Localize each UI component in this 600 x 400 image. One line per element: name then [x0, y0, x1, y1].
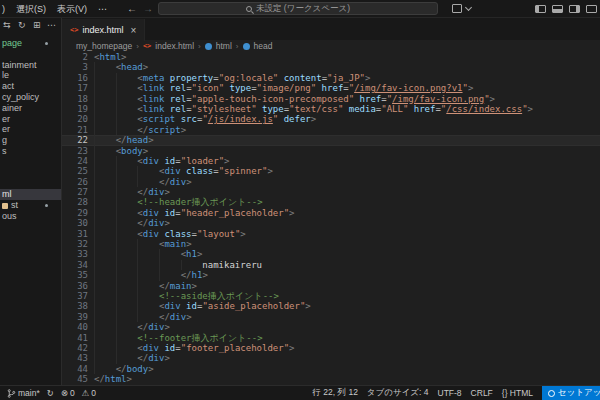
indent-guide: [116, 187, 138, 197]
code-line[interactable]: 35</h1>: [62, 270, 600, 280]
code-line[interactable]: 36</main>: [62, 281, 600, 291]
code-line[interactable]: 45</html>: [62, 374, 600, 384]
command-center-search[interactable]: 未設定 (ワークスペース): [158, 2, 438, 15]
more-actions-icon[interactable]: ⋯: [47, 20, 56, 30]
indent-guide: [116, 125, 138, 135]
code-line[interactable]: 21</script>: [62, 125, 600, 135]
indent-guide: [94, 135, 116, 145]
toggle-secondary-sidebar-icon[interactable]: [569, 5, 580, 13]
breadcrumb-folder[interactable]: my_homepage: [76, 41, 132, 51]
file-row[interactable]: page: [0, 38, 61, 49]
status-item[interactable]: {} HTML: [502, 388, 533, 398]
file-row[interactable]: le: [0, 70, 61, 81]
line-number: 24: [62, 156, 94, 166]
code-line[interactable]: 40</div>: [62, 322, 600, 332]
code-line[interactable]: 2<html>: [62, 52, 600, 62]
breadcrumb-symbol-html[interactable]: html: [216, 41, 232, 51]
file-row[interactable]: ml: [0, 189, 61, 200]
code-line[interactable]: 3<head>: [62, 62, 600, 72]
code-line[interactable]: 41<!--footer挿入ポイント-->: [62, 333, 600, 343]
code-line[interactable]: 22</head>: [62, 135, 600, 145]
file-row[interactable]: [0, 157, 61, 168]
breadcrumb-separator: ›: [236, 42, 239, 51]
toggle-panel-icon[interactable]: [552, 5, 563, 13]
code-line[interactable]: 44</body>: [62, 364, 600, 374]
nav-forward-icon[interactable]: →: [143, 0, 153, 18]
code-line[interactable]: 42<div id="footer_placeholder">: [62, 343, 600, 353]
menu-item[interactable]: ): [2, 4, 5, 14]
code-line[interactable]: 26</div>: [62, 177, 600, 187]
code-line[interactable]: 38<div id="aside_placeholder">: [62, 301, 600, 311]
new-file-icon[interactable]: ⇆: [3, 20, 11, 30]
status-item[interactable]: UTF-8: [438, 388, 462, 398]
collapse-folders-icon[interactable]: ⊞: [33, 20, 41, 30]
code-line[interactable]: 29<div id="header_placeholder">: [62, 208, 600, 218]
breadcrumb-symbol-head[interactable]: head: [254, 41, 273, 51]
code-text: <body>: [94, 146, 148, 156]
indent-guide: [116, 83, 138, 93]
file-row[interactable]: ous: [0, 211, 61, 222]
nav-back-icon[interactable]: ←: [127, 0, 137, 18]
file-row[interactable]: st: [0, 200, 61, 211]
breadcrumb-file[interactable]: index.html: [155, 41, 194, 51]
code-line[interactable]: 39</div>: [62, 312, 600, 322]
close-tab-icon[interactable]: ×: [130, 25, 136, 36]
code-line[interactable]: 18<link rel="apple-touch-icon-precompose…: [62, 94, 600, 104]
file-row[interactable]: er: [0, 124, 61, 135]
file-row[interactable]: s: [0, 146, 61, 157]
indent-guide: [116, 114, 138, 124]
menu-item[interactable]: 表示(V): [57, 3, 87, 16]
open-remote-icon[interactable]: [452, 4, 462, 13]
code-line[interactable]: 16<meta property="og:locale" content="ja…: [62, 73, 600, 83]
tab-index-html[interactable]: <> index.html ×: [62, 19, 145, 41]
indent-guide: [94, 187, 116, 197]
file-row[interactable]: ainer: [0, 103, 61, 114]
indent-guide: [94, 94, 116, 104]
menu-item[interactable]: 選択(S): [16, 3, 46, 16]
refresh-icon[interactable]: ↻: [18, 20, 26, 30]
code-line[interactable]: 19<link rel="stylesheet" type="text/css"…: [62, 104, 600, 114]
customize-layout-icon[interactable]: [586, 5, 597, 13]
file-row[interactable]: [0, 168, 61, 179]
file-row[interactable]: er: [0, 114, 61, 125]
problems-status[interactable]: ⊗ 0 ⚠ 0: [61, 388, 96, 398]
sync-icon[interactable]: ↻: [47, 388, 54, 398]
indent-guide: [94, 62, 116, 72]
indent-guide: [116, 270, 138, 280]
code-text: <script src="/js/index.js" defer>: [94, 114, 316, 124]
code-line[interactable]: 34namikaireru: [62, 260, 600, 270]
code-editor[interactable]: 2<html>3<head>16<meta property="og:local…: [62, 52, 600, 385]
code-line[interactable]: 28<!--header挿入ポイント-->: [62, 197, 600, 207]
file-row[interactable]: cy_policy: [0, 92, 61, 103]
status-item[interactable]: 行 22, 列 12: [313, 387, 358, 399]
line-number: 25: [62, 166, 94, 176]
code-line[interactable]: 27</div>: [62, 187, 600, 197]
file-row[interactable]: g: [0, 135, 61, 146]
indent-guide: [116, 322, 138, 332]
code-line[interactable]: 30</div>: [62, 218, 600, 228]
file-row[interactable]: act: [0, 81, 61, 92]
code-line[interactable]: 43</div>: [62, 353, 600, 363]
toggle-sidebar-icon[interactable]: [535, 5, 546, 13]
file-row[interactable]: tainment: [0, 60, 61, 71]
line-number: 32: [62, 239, 94, 249]
code-line[interactable]: 20<script src="/js/index.js" defer>: [62, 114, 600, 124]
code-line[interactable]: 37<!--aside挿入ポイント-->: [62, 291, 600, 301]
status-item[interactable]: タブのサイズ: 4: [367, 387, 429, 399]
file-label: g: [2, 135, 7, 145]
status-item[interactable]: CRLF: [471, 388, 493, 398]
code-line[interactable]: 23<body>: [62, 146, 600, 156]
menu-item[interactable]: ⋯: [98, 4, 107, 14]
code-line[interactable]: 25<div class="spinner">: [62, 166, 600, 176]
git-branch-status[interactable]: main*: [7, 388, 40, 399]
code-line[interactable]: 31<div class="layout">: [62, 229, 600, 239]
indent-guide: [116, 353, 138, 363]
code-line[interactable]: 17<link rel="icon" type="image/png" href…: [62, 83, 600, 93]
code-line[interactable]: 33<h1>: [62, 249, 600, 259]
indent-guide: [116, 104, 138, 114]
setup-button[interactable]: セットアップ: [542, 386, 600, 400]
code-line[interactable]: 32<main>: [62, 239, 600, 249]
file-row[interactable]: [0, 178, 61, 189]
code-line[interactable]: 24<div id="loader">: [62, 156, 600, 166]
file-row[interactable]: [0, 49, 61, 60]
